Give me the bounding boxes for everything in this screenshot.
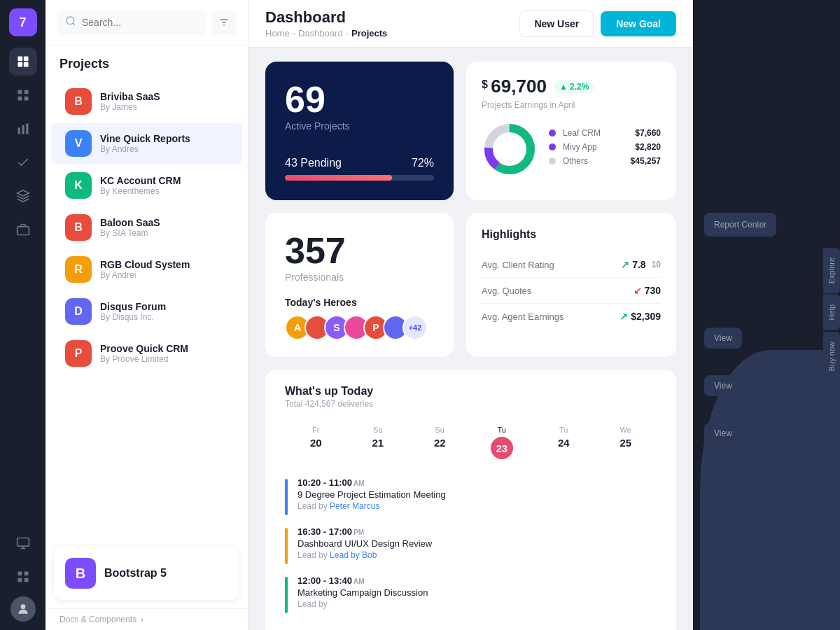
active-projects-card: 69 Active Projects 43 Pending 72% <box>265 62 454 200</box>
calendar-day[interactable]: Fr20 <box>285 420 347 465</box>
report-center-button[interactable]: Report Center <box>704 213 776 237</box>
event-time: 10:20 - 11:00AM <box>298 477 446 488</box>
event-lead-link[interactable]: Peter Marcus <box>330 501 379 511</box>
main-content: Dashboard Home - Dashboard - Projects Ne… <box>248 0 693 630</box>
project-name: KC Account CRM <box>100 175 181 186</box>
svg-rect-13 <box>17 538 29 547</box>
search-bar <box>46 0 248 46</box>
event-ampm: AM <box>354 578 365 585</box>
calendar-day[interactable]: Sa21 <box>347 420 410 465</box>
tab-buy-now[interactable]: Buy now <box>823 332 840 381</box>
project-name: Vine Quick Reports <box>100 133 190 144</box>
event-time: 16:30 - 17:00PM <box>298 526 432 537</box>
project-item[interactable]: D Disqus Forum By Disqus Inc. <box>51 291 242 332</box>
day-number: 20 <box>289 437 343 449</box>
tab-help[interactable]: Help <box>823 295 840 330</box>
sidebar-icon-monitor[interactable] <box>9 529 37 557</box>
breadcrumb-home[interactable]: Home <box>265 28 290 38</box>
calendar-day[interactable]: Tu24 <box>533 420 595 465</box>
highlight-name: Avg. Quotes <box>482 286 531 296</box>
sidebar-icon-check[interactable] <box>9 148 37 176</box>
project-item[interactable]: R RGB Cloud System By Andrei <box>51 249 242 290</box>
calendar-day[interactable]: We25 <box>595 420 657 465</box>
project-item[interactable]: B Baloon SaaS By SIA Team <box>51 207 242 248</box>
highlights-card: Highlights Avg. Client Rating ↗ 7.810 Av… <box>466 213 676 357</box>
legend-dot <box>549 144 556 150</box>
page-title: Dashboard <box>265 8 387 27</box>
hero-more: +42 <box>402 315 428 340</box>
project-item[interactable]: K KC Account CRM By Keenthemes <box>51 165 242 206</box>
svg-rect-3 <box>23 62 28 67</box>
project-item[interactable]: B Briviba SaaS By James <box>51 81 242 122</box>
event-ampm: AM <box>354 479 365 487</box>
project-item[interactable]: V Vine Quick Reports By Andres <box>51 123 242 164</box>
svg-rect-5 <box>24 90 28 94</box>
search-input-wrap[interactable] <box>57 10 206 35</box>
legend-dot <box>549 130 556 136</box>
calendar-day[interactable]: Tu23 <box>471 420 533 465</box>
bootstrap-icon: B <box>65 558 96 589</box>
user-badge[interactable]: 7 <box>9 8 37 36</box>
project-logo: R <box>65 256 92 283</box>
event-name: Dashboard UI/UX Design Review <box>298 538 432 549</box>
breadcrumb-dashboard[interactable]: Dashboard <box>298 28 343 38</box>
event-item: 16:30 - 17:00PM Dashboard UI/UX Design R… <box>285 526 657 564</box>
sidebar-icon-briefcase[interactable] <box>9 216 37 244</box>
breadcrumb-current: Projects <box>351 28 387 38</box>
bootstrap-card: B Bootstrap 5 <box>54 547 239 600</box>
right-side-tabs: Explore Help Buy now <box>823 248 840 382</box>
legend-item: Mivy App $2,820 <box>549 142 661 152</box>
sidebar-icon-bar[interactable] <box>9 115 37 143</box>
project-by: By Keenthemes <box>100 186 181 196</box>
event-details: 16:30 - 17:00PM Dashboard UI/UX Design R… <box>298 526 432 560</box>
earnings-amount: 69,700 <box>491 76 547 97</box>
new-goal-button[interactable]: New Goal <box>601 11 676 36</box>
svg-rect-8 <box>18 127 20 134</box>
legend-value: $7,660 <box>635 128 661 138</box>
sidebar-icon-layers[interactable] <box>9 182 37 210</box>
sidebar-icon-grid2[interactable] <box>9 563 37 591</box>
svg-rect-2 <box>18 62 22 67</box>
docs-link[interactable]: Docs & Components › <box>46 608 248 630</box>
svg-rect-0 <box>18 57 22 62</box>
day-number: 21 <box>351 437 405 449</box>
new-user-button[interactable]: New User <box>519 10 594 37</box>
project-by: By Proove Limited <box>100 354 188 364</box>
calendar-day[interactable]: Su22 <box>409 420 471 465</box>
sidebar-icon-grid[interactable] <box>9 81 37 109</box>
event-lead-link[interactable]: Lead by Bob <box>330 550 377 560</box>
legend-name: Others <box>563 156 588 166</box>
day-name: We <box>599 426 653 434</box>
day-name: Tu <box>475 426 529 434</box>
project-name: RGB Cloud System <box>100 259 190 270</box>
event-bar <box>285 528 288 564</box>
event-details: 10:20 - 11:00AM 9 Degree Project Estimat… <box>298 477 446 511</box>
highlights-title: Highlights <box>482 228 661 241</box>
project-by: By Andrei <box>100 270 190 280</box>
pending-label: 43 Pending <box>285 157 342 169</box>
view-button-3[interactable]: View <box>704 423 742 444</box>
professionals-label: Professionals <box>285 272 434 283</box>
row1: 69 Active Projects 43 Pending 72% $ <box>265 62 676 200</box>
day-number: 24 <box>537 437 591 449</box>
earnings-subtitle: Projects Earnings in April <box>482 100 661 110</box>
sidebar-icon-dashboard[interactable] <box>9 48 37 76</box>
project-by: By James <box>100 102 160 112</box>
legend-name: Leaf CRM <box>563 128 601 138</box>
highlight-value: ↗ 7.810 <box>621 259 661 270</box>
calendar-card: What's up Today Total 424,567 deliveries… <box>265 370 676 630</box>
event-name: Marketing Campaign Discussion <box>298 587 428 598</box>
legend-item: Leaf CRM $7,660 <box>549 128 661 138</box>
project-by: By SIA Team <box>100 228 160 238</box>
search-input[interactable] <box>82 17 197 28</box>
filter-button[interactable] <box>211 10 237 35</box>
view-button-1[interactable]: View <box>704 328 742 349</box>
project-item[interactable]: P Proove Quick CRM By Proove Limited <box>51 333 242 374</box>
dashboard-body: 69 Active Projects 43 Pending 72% $ <box>248 48 693 630</box>
project-list: B Briviba SaaS By James V Vine Quick Rep… <box>46 80 248 538</box>
user-avatar-small[interactable] <box>10 596 36 622</box>
sidebar: 7 <box>0 0 46 630</box>
highlight-name: Avg. Agent Earnings <box>482 312 564 322</box>
view-button-2[interactable]: View <box>704 375 742 396</box>
tab-explore[interactable]: Explore <box>823 248 840 293</box>
